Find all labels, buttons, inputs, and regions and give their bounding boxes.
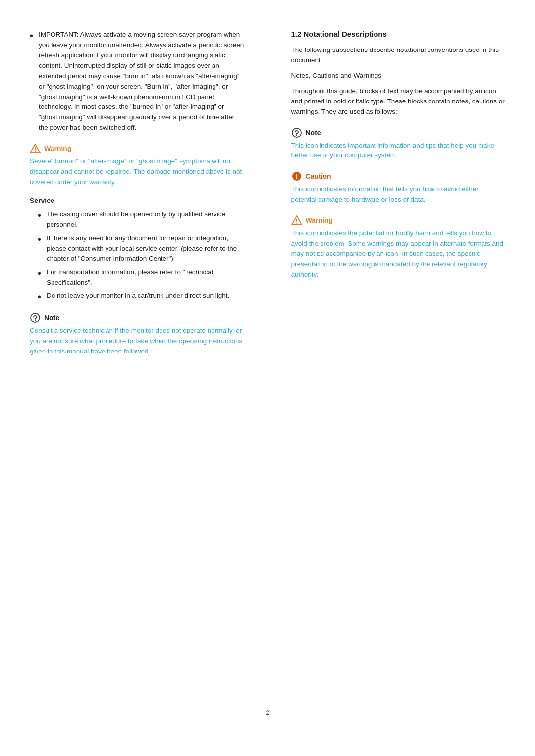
right-note-label: Note (306, 129, 321, 137)
left-note-block: Note Consult a service technician if the… (30, 312, 244, 357)
important-bullet-item: • IMPORTANT: Always activate a moving sc… (30, 30, 244, 133)
warning-label: Warning (44, 145, 71, 152)
service-bullet-text: Do not leave your monitor in a car/trunk… (47, 291, 244, 302)
service-bullet-item: •If there is any need for any document f… (38, 233, 244, 264)
right-caution-label: Caution (306, 172, 331, 180)
warning-text: Severe" burn-in" or "after-image" or "gh… (30, 156, 244, 188)
service-bullet-text: The casing cover should be opened only b… (47, 209, 244, 230)
bullet-dot: • (38, 233, 47, 264)
page-number: 2 (30, 709, 505, 716)
right-intro: The following subsections describe notat… (291, 45, 506, 66)
svg-point-4 (35, 320, 36, 321)
section-title-notational: 1.2 Notational Descriptions (291, 30, 506, 38)
right-column: 1.2 Notational Descriptions The followin… (273, 30, 506, 689)
bullet-dot: • (38, 267, 47, 288)
caution-icon (291, 171, 302, 182)
service-title: Service (30, 197, 244, 204)
right-caution-text: This icon indicates information that tel… (291, 184, 506, 205)
service-bullets: •The casing cover should be opened only … (38, 209, 244, 302)
right-warning-label: Warning (306, 216, 333, 224)
right-warning-block: Warning This icon indicates the potentia… (291, 215, 506, 280)
service-bullet-item: •The casing cover should be opened only … (38, 209, 244, 230)
right-warning-text: This icon indicates the potential for bo… (291, 228, 506, 280)
two-column-layout: • IMPORTANT: Always activate a moving sc… (30, 30, 505, 689)
service-bullet-text: For transportation information, please r… (47, 267, 244, 288)
service-bullet-item: •Do not leave your monitor in a car/trun… (38, 291, 244, 302)
warning-icon (30, 143, 41, 154)
bullet-dot: • (38, 209, 47, 230)
svg-point-12 (296, 223, 297, 224)
right-note-block: Note This icon indicates important infor… (291, 127, 506, 161)
note-icon (30, 312, 41, 323)
note-header: Note (30, 312, 244, 323)
right-warning-header: Warning (291, 215, 506, 226)
svg-point-2 (35, 151, 36, 152)
bullet-dot: • (38, 291, 47, 302)
note-text: Consult a service technician if the moni… (30, 326, 244, 357)
right-ncw-label: Notes, Cautions and Warnings (291, 71, 506, 81)
note-label: Note (44, 314, 59, 322)
warning-header: Warning (30, 143, 244, 154)
right-note-icon (291, 127, 302, 138)
page: • IMPORTANT: Always activate a moving sc… (0, 0, 535, 756)
right-note-text: This icon indicates important informatio… (291, 141, 506, 161)
left-warning-block: Warning Severe" burn-in" or "after-image… (30, 143, 244, 188)
important-bullet-text: IMPORTANT: Always activate a moving scre… (39, 30, 244, 133)
right-note-header: Note (291, 127, 506, 138)
right-caution-header: Caution (291, 171, 506, 182)
service-section: Service •The casing cover should be open… (30, 197, 244, 302)
service-bullet-text: If there is any need for any document fo… (47, 233, 244, 264)
service-bullet-item: •For transportation information, please … (38, 267, 244, 288)
left-column: • IMPORTANT: Always activate a moving sc… (30, 30, 249, 689)
right-warning-icon (291, 215, 302, 226)
svg-point-9 (296, 178, 297, 179)
right-caution-block: Caution This icon indicates information … (291, 171, 506, 205)
bullet-dot: • (30, 30, 39, 133)
right-body: Throughout this guide, blocks of text ma… (291, 86, 506, 117)
svg-point-6 (296, 135, 297, 136)
